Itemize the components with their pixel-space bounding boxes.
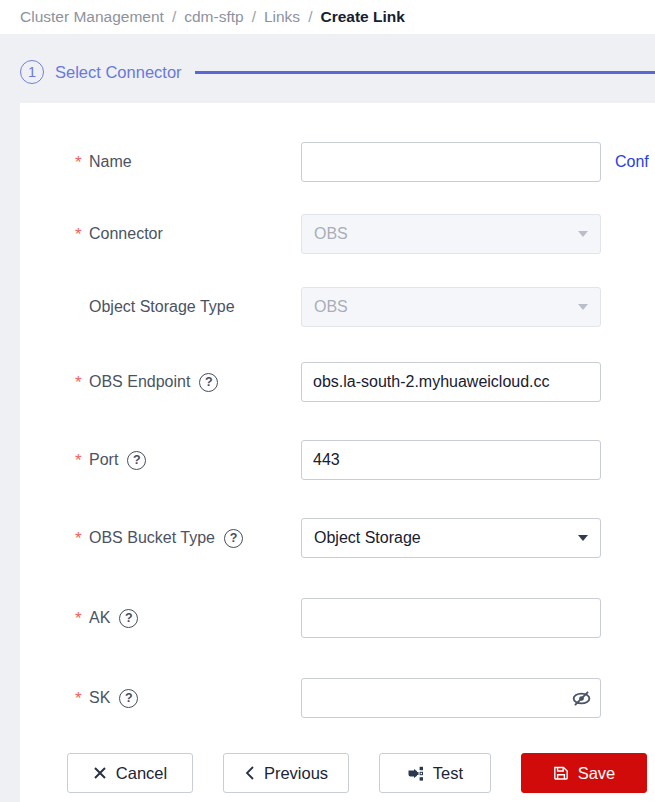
port-label: Port <box>89 451 118 469</box>
field-row-obs-endpoint: * OBS Endpoint ? <box>75 362 601 402</box>
step-header: 1 Select Connector <box>20 56 655 88</box>
breadcrumb-separator: / <box>308 8 312 26</box>
field-row-obs-bucket-type: * OBS Bucket Type ? Object Storage <box>75 518 601 558</box>
object-storage-type-label: Object Storage Type <box>89 298 235 316</box>
save-button[interactable]: Save <box>521 753 647 793</box>
breadcrumb-current-page: Create Link <box>320 8 404 26</box>
connector-select: OBS <box>301 214 601 254</box>
help-icon[interactable]: ? <box>119 689 138 708</box>
obs-bucket-type-label: OBS Bucket Type <box>89 529 215 547</box>
object-storage-type-select: OBS <box>301 287 601 327</box>
breadcrumb-item-cdm-sftp[interactable]: cdm-sftp <box>184 8 243 26</box>
obs-endpoint-label: OBS Endpoint <box>89 373 190 391</box>
field-row-port: * Port ? <box>75 440 601 480</box>
connection-test-icon <box>407 765 424 782</box>
create-link-form-card: * Name Conf * Connector OBS * Object Sto… <box>20 103 655 802</box>
field-row-ak: * AK ? <box>75 598 601 638</box>
breadcrumb-item-links[interactable]: Links <box>264 8 300 26</box>
required-asterisk: * <box>75 452 89 469</box>
required-asterisk: * <box>75 530 89 547</box>
previous-button-label: Previous <box>264 764 328 783</box>
configure-link[interactable]: Conf <box>615 153 649 171</box>
field-row-object-storage-type: * Object Storage Type OBS <box>75 287 601 327</box>
field-row-connector: * Connector OBS <box>75 214 601 254</box>
step-number-badge: 1 <box>20 60 44 84</box>
breadcrumb-item-cluster-management[interactable]: Cluster Management <box>20 8 164 26</box>
chevron-down-icon <box>578 231 588 237</box>
required-asterisk: * <box>75 374 89 391</box>
obs-endpoint-input[interactable] <box>301 362 601 402</box>
form-footer: Cancel Previous Test <box>67 753 647 793</box>
obs-bucket-type-select[interactable]: Object Storage <box>301 518 601 558</box>
cancel-button-label: Cancel <box>116 764 167 783</box>
ak-label: AK <box>89 609 110 627</box>
step-progress-line <box>195 71 655 74</box>
field-row-name: * Name Conf <box>75 142 649 182</box>
help-icon[interactable]: ? <box>127 451 146 470</box>
test-button[interactable]: Test <box>379 753 491 793</box>
test-button-label: Test <box>433 764 463 783</box>
required-asterisk: * <box>75 154 89 171</box>
ak-input[interactable] <box>301 598 601 638</box>
breadcrumb: Cluster Management / cdm-sftp / Links / … <box>0 0 655 34</box>
help-icon[interactable]: ? <box>224 529 243 548</box>
sk-input[interactable] <box>301 678 601 718</box>
port-input[interactable] <box>301 440 601 480</box>
required-asterisk: * <box>75 690 89 707</box>
name-input[interactable] <box>301 142 601 182</box>
chevron-down-icon <box>578 535 588 541</box>
chevron-left-icon <box>244 765 255 781</box>
save-button-label: Save <box>578 764 616 783</box>
obs-bucket-type-select-value: Object Storage <box>314 529 421 547</box>
eye-off-icon[interactable] <box>570 687 592 709</box>
connector-select-value: OBS <box>314 225 348 243</box>
name-label: Name <box>89 153 132 171</box>
breadcrumb-separator: / <box>172 8 176 26</box>
required-asterisk: * <box>75 226 89 243</box>
breadcrumb-separator: / <box>252 8 256 26</box>
field-row-sk: * SK ? <box>75 678 601 718</box>
connector-label: Connector <box>89 225 163 243</box>
previous-button[interactable]: Previous <box>223 753 349 793</box>
object-storage-type-select-value: OBS <box>314 298 348 316</box>
x-mark-icon <box>93 766 107 780</box>
chevron-down-icon <box>578 304 588 310</box>
help-icon[interactable]: ? <box>119 609 138 628</box>
step-title: Select Connector <box>55 63 182 82</box>
sk-label: SK <box>89 689 110 707</box>
required-asterisk: * <box>75 610 89 627</box>
cancel-button[interactable]: Cancel <box>67 753 193 793</box>
help-icon[interactable]: ? <box>199 373 218 392</box>
floppy-disk-icon <box>553 765 569 781</box>
